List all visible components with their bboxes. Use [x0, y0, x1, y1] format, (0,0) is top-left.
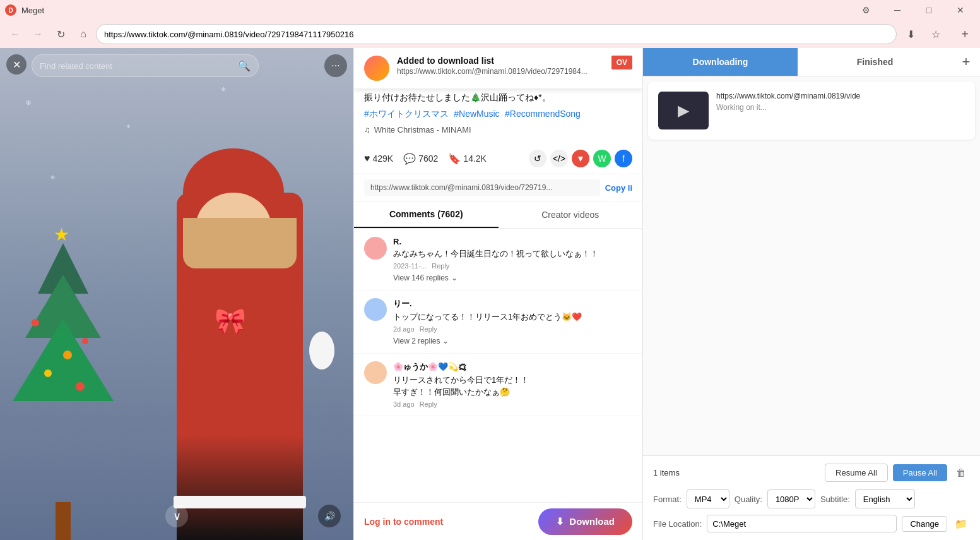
refresh-button[interactable]: ↻: [50, 24, 71, 44]
download-status: Working on it...: [716, 103, 965, 112]
subtitle-select[interactable]: English Japanese None: [855, 489, 915, 508]
video-url-display: https://www.tiktok.com/@minami.0819/vide…: [364, 179, 600, 196]
downloader-bottom-controls: 1 items Resume All Pause All 🗑 Format: M…: [643, 455, 980, 540]
new-tab-button[interactable]: +: [955, 24, 975, 44]
download-nav-button[interactable]: ⬇: [899, 24, 922, 44]
likes-count: 429K: [373, 153, 394, 164]
comment-avatar: [364, 361, 387, 384]
back-button[interactable]: ←: [5, 24, 25, 44]
bookmark-nav-button[interactable]: ☆: [924, 24, 947, 44]
comments-stat[interactable]: 💬 7602: [403, 153, 438, 165]
download-btn-label: Download: [569, 516, 615, 527]
home-button[interactable]: ⌂: [73, 24, 93, 44]
comment-icon: 💬: [403, 153, 416, 165]
window-controls: ⚙ ─ □ ✕: [851, 0, 975, 20]
settings-button[interactable]: ⚙: [851, 0, 880, 20]
minimize-button[interactable]: ─: [883, 0, 912, 20]
maximize-button[interactable]: □: [914, 0, 943, 20]
title-bar-left: D Meget: [5, 4, 44, 16]
dl-file-row: File Location: Change 📁: [653, 515, 970, 532]
download-toast: Added to download list https://www.tikto…: [354, 48, 642, 89]
comment-item: 🌸ゅうか🌸💙💫🗯 リリースされてから今日で1年だ！！ 早すぎ！！何回聞いたかなぁ…: [354, 354, 642, 416]
reply-button[interactable]: Reply: [432, 262, 449, 270]
christmas-tree: ★: [13, 224, 114, 540]
downloader-panel: Downloading Finished + ▶ https://www.tik…: [642, 48, 980, 540]
video-description: 振り付けお待たせしました🎄沢山踊ってね♦*。: [364, 91, 632, 104]
comment-username: R.: [393, 237, 632, 246]
search-input[interactable]: [40, 61, 233, 71]
pause-all-button[interactable]: Pause All: [893, 464, 947, 481]
view-replies-button[interactable]: View 2 replies ⌄: [393, 337, 632, 345]
stats-row: ♥ 429K 💬 7602 🔖 14.2K ↺ </> ▼ W f: [354, 150, 642, 174]
hashtag-3[interactable]: #RecommendSong: [505, 109, 581, 119]
bookmarks-stat[interactable]: 🔖 14.2K: [448, 153, 487, 165]
video-close-button[interactable]: ✕: [6, 54, 27, 75]
comment-date: 2023-11-...: [393, 262, 427, 270]
content-panel: Added to download list https://www.tikto…: [353, 48, 642, 540]
volume-button[interactable]: 🔊: [318, 505, 341, 527]
open-folder-button[interactable]: 📁: [952, 515, 970, 532]
share-icon-2[interactable]: </>: [550, 150, 568, 167]
finished-tab[interactable]: Finished: [798, 48, 952, 76]
scroll-down-button[interactable]: ∨: [165, 505, 188, 527]
add-download-button[interactable]: +: [952, 48, 980, 76]
play-icon: ▶: [678, 102, 689, 119]
resume-all-button[interactable]: Resume All: [825, 464, 888, 482]
url-copy-row: https://www.tiktok.com/@minami.0819/vide…: [354, 174, 642, 201]
quality-select[interactable]: 1080P 720P 480P 360P: [767, 489, 815, 508]
tabs-row: Comments (7602) Creator videos: [354, 201, 642, 229]
downloading-tab[interactable]: Downloading: [643, 48, 798, 76]
close-button[interactable]: ✕: [946, 0, 975, 20]
change-location-button[interactable]: Change: [902, 516, 947, 532]
forward-button[interactable]: →: [28, 24, 48, 44]
share-icons: ↺ </> ▼ W f: [529, 150, 632, 167]
search-icon: 🔍: [238, 60, 251, 72]
toast-url: https://www.tiktok.com/@minami.0819/vide…: [397, 67, 604, 76]
comment-item: りー. トップになってる！！リリース1年おめでとう🐱❤️ 2d ago Repl…: [354, 291, 642, 354]
share-icon-whatsapp[interactable]: W: [593, 150, 611, 167]
log-in-button[interactable]: Log in to comment: [364, 517, 443, 527]
file-location-label: File Location:: [653, 519, 702, 529]
spacer: [643, 145, 980, 455]
hashtag-2[interactable]: #NewMusic: [454, 109, 499, 119]
file-location-input[interactable]: [707, 515, 897, 532]
download-item: ▶ https://www.tiktok.com/@minami.0819/vi…: [648, 81, 975, 140]
likes-stat[interactable]: ♥ 429K: [364, 153, 393, 164]
view-replies-button[interactable]: View 146 replies ⌄: [393, 273, 632, 282]
address-bar[interactable]: [96, 24, 897, 44]
music-note-icon: ♫: [364, 125, 370, 135]
toast-content: Added to download list https://www.tikto…: [397, 56, 604, 76]
download-url: https://www.tiktok.com/@minami.0819/vide: [716, 92, 931, 100]
download-thumbnail: ▶: [658, 92, 709, 129]
format-label: Format:: [653, 495, 682, 504]
reply-button[interactable]: Reply: [420, 400, 437, 408]
downloader-tabs: Downloading Finished +: [643, 48, 980, 76]
bottom-action-bar: Log in to comment ⬇ Download: [354, 502, 642, 540]
more-options-button[interactable]: ···: [324, 54, 347, 77]
music-title[interactable]: White Christmas - MINAMI: [374, 125, 471, 135]
comment-item: R. みなみちゃん！今日誕生日なの！祝って欲しいなぁ！！ 2023-11-...…: [354, 229, 642, 291]
copy-link-button[interactable]: Copy li: [605, 183, 632, 193]
tab-creator[interactable]: Creator videos: [499, 201, 643, 228]
share-icon-tumblr[interactable]: ▼: [572, 150, 589, 167]
share-icon-facebook[interactable]: f: [615, 150, 632, 167]
comment-date: 3d ago: [393, 400, 415, 408]
comments-count: 7602: [418, 153, 438, 164]
tab-comments[interactable]: Comments (7602): [354, 201, 499, 228]
reply-button[interactable]: Reply: [420, 325, 437, 333]
comment-username: りー.: [393, 298, 632, 309]
delete-button[interactable]: 🗑: [952, 464, 970, 482]
share-icon-1[interactable]: ↺: [529, 150, 546, 167]
hashtag-1[interactable]: #ホワイトクリスマス: [364, 109, 449, 119]
santa-figure: 🎀: [164, 111, 341, 540]
format-select[interactable]: MP4 MP3 AVI MOV: [687, 489, 729, 508]
dl-btn-group: Resume All Pause All 🗑: [825, 464, 970, 482]
subtitle-label: Subtitle:: [820, 495, 850, 504]
download-button[interactable]: ⬇ Download: [538, 508, 632, 535]
toast-title: Added to download list: [397, 56, 604, 66]
comments-area: R. みなみちゃん！今日誕生日なの！祝って欲しいなぁ！！ 2023-11-...…: [354, 229, 642, 444]
related-content-search[interactable]: 🔍: [32, 54, 259, 77]
dl-options-row: Format: MP4 MP3 AVI MOV Quality: 1080P 7…: [653, 489, 970, 508]
bookmarks-count: 14.2K: [463, 153, 487, 164]
comment-text: みなみちゃん！今日誕生日なの！祝って欲しいなぁ！！: [393, 248, 632, 260]
